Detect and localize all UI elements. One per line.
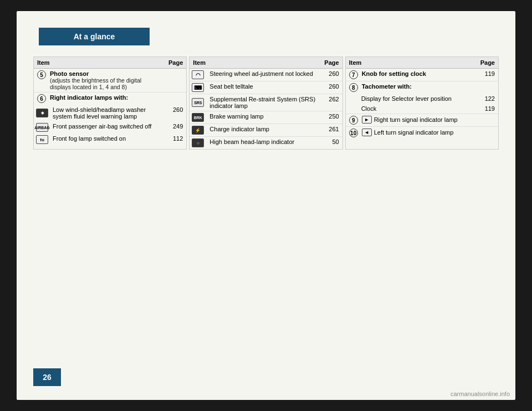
item-cell: Display for Selector lever position [346, 94, 475, 104]
item-cell: Low wind-shield/headlamp washer system f… [50, 105, 165, 121]
icon-cell: AIRBAG [34, 121, 50, 133]
table-row: ◠ Steering wheel ad-justment not locked … [190, 69, 342, 81]
item-cell: 10 ◄ Left turn signal indicator lamp [346, 127, 475, 140]
icon-cell: ◆ [34, 105, 50, 121]
item-text: Charge indicator lamp [209, 126, 269, 132]
item-label: Photo sensor [50, 70, 89, 77]
item-number: 7 [349, 70, 358, 79]
icon-cell: ◠ [190, 69, 206, 81]
item-cell: 5 Photo sensor (adjusts the brightness o… [34, 69, 165, 93]
item-text: Supplemental Re-straint System (SRS) ind… [209, 96, 315, 109]
item-cell: 6 Right indicator lamps with: [34, 93, 165, 105]
item-text: Brake warning lamp [209, 113, 263, 120]
item-text: Low wind-shield/headlamp washer system f… [53, 106, 146, 120]
page-num: 260 [321, 81, 342, 94]
item-text: Display for Selector lever position [361, 95, 452, 102]
item-number: 5 [37, 70, 46, 79]
item-text: Clock [361, 105, 377, 112]
header-title: At a glance [74, 32, 115, 41]
page-num [474, 81, 498, 94]
page-num [165, 69, 186, 93]
table-row: ⚡ Charge indicator lamp 261 [190, 124, 342, 137]
item-cell: 8 Tachometer with: [346, 81, 475, 94]
page-num: 119 [474, 104, 498, 114]
right-signal-icon: ► [362, 116, 372, 124]
icon-cell: ⚡ [190, 124, 206, 137]
icon-cell: fo [34, 133, 50, 146]
item-number: 10 [349, 129, 358, 137]
page-number: 26 [33, 368, 61, 386]
item-cell: Front fog lamp switched on [50, 133, 165, 146]
item-cell: 7 Knob for setting clock [346, 69, 475, 81]
item-text: Front fog lamp switched on [53, 135, 126, 142]
table-row: 5 Photo sensor (adjusts the brightness o… [34, 69, 186, 93]
item-text: High beam head-lamp indicator [209, 138, 294, 145]
item-cell: Seat belt telltale [206, 81, 321, 94]
table2: Item Page ◠ Steering wheel ad-justment n… [189, 56, 342, 150]
page-num: 260 [165, 105, 186, 121]
item-sub: (adjusts the brightness of the digital d… [50, 77, 141, 90]
seatbelt-icon: ⌨ [192, 83, 204, 92]
table3-page-header: Page [474, 57, 498, 69]
table-row: 8 Tachometer with: [346, 81, 498, 94]
item-cell: Charge indicator lamp [206, 124, 321, 137]
item-number: 9 [349, 116, 358, 125]
highbeam-icon: ○ [192, 138, 204, 147]
item-number: 8 [349, 83, 358, 92]
item-cell: High beam head-lamp indicator [206, 137, 321, 150]
icon-cell: SRS [190, 94, 206, 111]
brake-icon: BRK [192, 113, 204, 122]
table-row: ⌨ Seat belt telltale 260 [190, 81, 342, 94]
item-cell: 9 ► Right turn signal indicator lamp [346, 114, 475, 127]
steering-icon: ◠ [192, 70, 204, 79]
page-num: 260 [321, 69, 342, 81]
table-row: AIRBAG Front passenger air-bag switched … [34, 121, 186, 133]
table-row: ○ High beam head-lamp indicator 50 [190, 137, 342, 150]
fog-icon: fo [36, 135, 48, 144]
page-num: 122 [474, 94, 498, 104]
table-row: ◆ Low wind-shield/headlamp washer system… [34, 105, 186, 121]
page-num [165, 93, 186, 105]
item-cell: Steering wheel ad-justment not locked [206, 69, 321, 81]
item-number: 6 [37, 94, 46, 103]
table1-page-header: Page [165, 57, 186, 69]
item-label: Knob for setting clock [362, 70, 426, 77]
item-label: Right indicator lamps with: [50, 94, 128, 101]
tables-container: Item Page 5 Photo sensor (adjusts the br… [33, 56, 499, 150]
table-row: Display for Selector lever position 122 [346, 94, 498, 104]
airbag-icon: AIRBAG [36, 123, 48, 132]
item-cell: Brake warning lamp [206, 111, 321, 124]
wiper-icon: ◆ [36, 109, 48, 117]
left-signal-icon: ◄ [362, 129, 372, 136]
table-row: 6 Right indicator lamps with: [34, 93, 186, 105]
table1-item-header: Item [34, 57, 165, 69]
item-text: Steering wheel ad-justment not locked [209, 70, 313, 77]
page-num [474, 114, 498, 127]
watermark: carmanualsonline.info [451, 391, 510, 397]
page-num: 112 [165, 133, 186, 146]
item-text: Front passenger air-bag switched off [53, 123, 151, 130]
srs-icon: SRS [192, 98, 204, 107]
table3-item-header: Item [346, 57, 475, 69]
page-num: 262 [321, 94, 342, 111]
table-row: BRK Brake warning lamp 250 [190, 111, 342, 124]
item-label: Right turn signal indicator lamp [374, 116, 458, 123]
table-row: 10 ◄ Left turn signal indicator lamp [346, 127, 498, 140]
item-text: Seat belt telltale [209, 83, 253, 90]
table-row: 7 Knob for setting clock 119 [346, 69, 498, 81]
page-num: 250 [321, 111, 342, 124]
table-row: fo Front fog lamp switched on 112 [34, 133, 186, 146]
page-num: 261 [321, 124, 342, 137]
table-row: SRS Supplemental Re-straint System (SRS)… [190, 94, 342, 111]
page-num: 119 [474, 69, 498, 81]
page-num: 50 [321, 137, 342, 150]
item-label: Tachometer with: [362, 83, 412, 90]
table-row: 9 ► Right turn signal indicator lamp [346, 114, 498, 127]
table2-page-header: Page [321, 57, 342, 69]
item-cell: Front passenger air-bag switched off [50, 121, 165, 133]
charge-icon: ⚡ [192, 126, 204, 135]
item-cell: Clock [346, 104, 475, 114]
item-cell: Supplemental Re-straint System (SRS) ind… [206, 94, 321, 111]
table-row: Clock 119 [346, 104, 498, 114]
main-content: At a glance Item Page 5 [17, 11, 515, 400]
